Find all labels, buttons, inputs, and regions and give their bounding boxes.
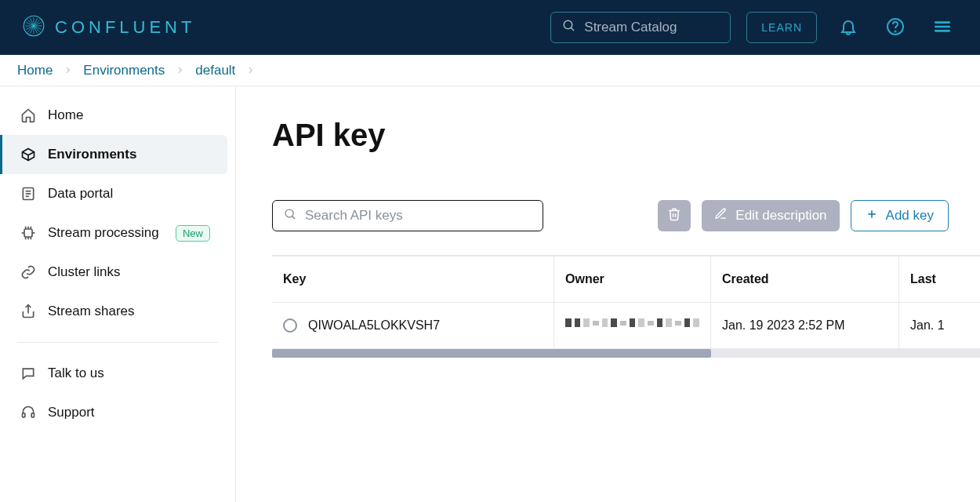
sidebar-item-label: Environments xyxy=(48,147,136,162)
home-icon xyxy=(20,107,37,124)
cell-created: Jan. 19 2023 2:52 PM xyxy=(711,303,899,349)
sidebar-item-cluster-links[interactable]: Cluster links xyxy=(0,253,227,292)
sidebar-item-stream-processing[interactable]: Stream processing New xyxy=(0,213,227,253)
column-key[interactable]: Key xyxy=(272,256,554,303)
headset-icon xyxy=(20,404,37,421)
sidebar: Home Environments Data portal Stream pro… xyxy=(0,86,236,502)
edit-description-button: Edit description xyxy=(702,200,839,231)
chevron-right-icon xyxy=(176,66,184,75)
column-owner[interactable]: Owner xyxy=(554,256,711,303)
sidebar-item-label: Cluster links xyxy=(48,264,121,280)
notifications-button[interactable] xyxy=(833,12,864,43)
sidebar-item-stream-shares[interactable]: Stream shares xyxy=(0,292,227,331)
cell-last: Jan. 1 xyxy=(899,303,980,349)
sidebar-item-support[interactable]: Support xyxy=(0,393,227,432)
menu-button[interactable] xyxy=(927,12,958,43)
chat-icon xyxy=(20,365,37,382)
scrollbar-thumb[interactable] xyxy=(272,349,711,358)
search-api-keys-input[interactable] xyxy=(305,208,532,224)
sidebar-item-label: Talk to us xyxy=(48,366,104,381)
svg-rect-35 xyxy=(31,413,34,417)
confluent-logo-icon xyxy=(22,14,45,41)
table-row[interactable]: QIWOALA5LOKKVSH7 Jan. 19 2023 2:52 PM Ja… xyxy=(272,303,980,349)
chevron-right-icon xyxy=(246,66,255,75)
edit-icon xyxy=(714,207,728,224)
svg-point-9 xyxy=(564,20,573,29)
brand-name: CONFLUENT xyxy=(55,17,195,38)
bell-icon xyxy=(839,17,858,38)
breadcrumb-environments[interactable]: Environments xyxy=(83,63,165,78)
edit-description-label: Edit description xyxy=(735,208,826,224)
key-value: QIWOALA5LOKKVSH7 xyxy=(308,318,440,333)
cell-owner xyxy=(554,303,711,349)
svg-rect-34 xyxy=(23,413,25,417)
link-icon xyxy=(20,264,37,281)
trash-icon xyxy=(667,207,681,225)
cell-key: QIWOALA5LOKKVSH7 xyxy=(272,303,554,349)
search-icon xyxy=(284,208,297,224)
add-key-button[interactable]: Add key xyxy=(851,200,949,231)
svg-line-17 xyxy=(23,152,29,155)
main-content: API key Edit description xyxy=(236,86,980,502)
sidebar-item-label: Data portal xyxy=(48,186,113,202)
sidebar-item-label: Support xyxy=(48,405,95,420)
sidebar-item-label: Stream processing xyxy=(48,225,159,241)
stream-catalog-search[interactable] xyxy=(550,12,731,43)
breadcrumb-home[interactable]: Home xyxy=(17,63,53,78)
share-icon xyxy=(20,303,37,320)
sidebar-item-data-portal[interactable]: Data portal xyxy=(0,174,227,213)
top-nav: CONFLUENT LEARN xyxy=(0,0,980,55)
column-created[interactable]: Created xyxy=(711,256,899,303)
svg-line-18 xyxy=(28,152,34,155)
api-keys-table: Key Owner Created Last QIWOALA5LOKKVSH7 xyxy=(272,255,980,358)
owner-redacted xyxy=(565,318,699,327)
chevron-right-icon xyxy=(64,66,72,75)
add-key-label: Add key xyxy=(886,208,934,224)
plus-icon xyxy=(866,208,878,224)
help-button[interactable] xyxy=(880,12,911,43)
new-badge: New xyxy=(176,225,210,242)
brand-logo[interactable]: CONFLUENT xyxy=(22,14,195,41)
hamburger-icon xyxy=(932,16,953,39)
breadcrumb-default[interactable]: default xyxy=(195,63,235,78)
stream-catalog-input[interactable] xyxy=(584,20,719,35)
search-api-keys[interactable] xyxy=(272,200,543,231)
page-title: API key xyxy=(272,118,980,153)
svg-point-36 xyxy=(285,209,293,217)
horizontal-scrollbar[interactable] xyxy=(272,349,980,358)
document-icon xyxy=(20,185,37,202)
breadcrumb: Home Environments default xyxy=(0,55,980,86)
column-last[interactable]: Last xyxy=(899,256,980,303)
learn-button[interactable]: LEARN xyxy=(746,12,817,43)
processor-icon xyxy=(20,224,37,242)
svg-point-12 xyxy=(895,31,896,31)
help-icon xyxy=(886,17,905,38)
search-icon xyxy=(562,19,576,37)
table-header-row: Key Owner Created Last xyxy=(272,256,980,303)
delete-key-button xyxy=(658,200,691,231)
svg-line-37 xyxy=(292,216,296,219)
sidebar-divider xyxy=(17,342,218,343)
sidebar-item-label: Stream shares xyxy=(48,304,135,319)
toolbar: Edit description Add key xyxy=(272,200,980,231)
sidebar-item-environments[interactable]: Environments xyxy=(0,135,227,174)
svg-line-10 xyxy=(572,27,575,31)
sidebar-item-talk-to-us[interactable]: Talk to us xyxy=(0,354,227,393)
sidebar-item-home[interactable]: Home xyxy=(0,96,227,135)
row-radio[interactable] xyxy=(283,318,297,333)
sidebar-item-label: Home xyxy=(48,107,83,123)
environment-icon xyxy=(20,146,37,163)
svg-rect-24 xyxy=(24,229,32,237)
